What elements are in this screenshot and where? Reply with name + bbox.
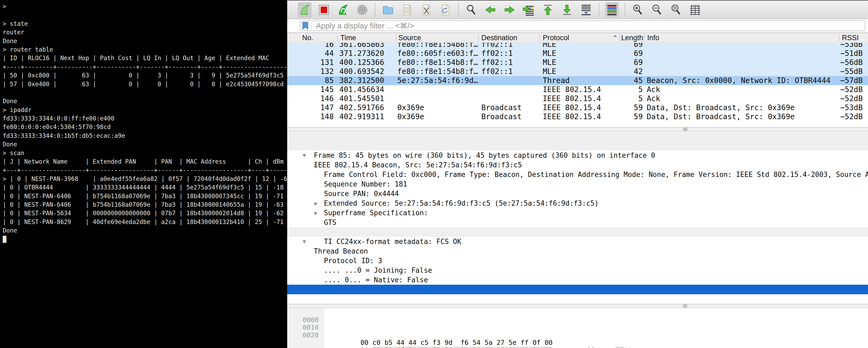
packet-row[interactable]: 44 371.273620 fe80::605f:e603:f… ff02::1… bbox=[287, 49, 868, 58]
column-divider[interactable] bbox=[337, 34, 338, 41]
hex-row[interactable]: 0000 00 c0 b5 44 44 c5 f3 9d f6 54 5a 27… bbox=[287, 309, 868, 316]
detail-row[interactable]: ▶ Frame 85: 45 bytes on wire (360 bits),… bbox=[287, 132, 868, 141]
packet-row[interactable]: 148 402.919311 0x369e Broadcast IEEE 802… bbox=[287, 112, 868, 121]
go-to-bottom-icon bbox=[561, 4, 573, 16]
detail-row[interactable]: ▶ Frame Control Field: 0xc000, Frame Typ… bbox=[287, 151, 868, 160]
column-header[interactable]: Info bbox=[647, 33, 659, 42]
packet-row[interactable]: 145 401.456634 IEEE 802.15.4 5 Ack −52dB bbox=[287, 85, 868, 94]
detail-row[interactable]: Source PAN: 0x4444 bbox=[287, 170, 868, 179]
splitter-handle[interactable] bbox=[683, 127, 688, 132]
column-divider[interactable] bbox=[396, 34, 396, 41]
column-header[interactable]: Length bbox=[621, 33, 643, 42]
toolbar-button[interactable] bbox=[298, 2, 312, 18]
column-header[interactable]: RSSI bbox=[842, 33, 859, 42]
go-to-top-icon bbox=[542, 4, 554, 16]
toolbar-button[interactable] bbox=[317, 2, 331, 18]
packet-source: fe80::f8e1:54b8:f… bbox=[397, 67, 478, 76]
splitter-handle[interactable] bbox=[683, 303, 687, 308]
column-header[interactable]: No. bbox=[302, 33, 313, 42]
column-header[interactable]: Time bbox=[340, 33, 356, 42]
packet-row[interactable]: 146 401.545501 IEEE 802.15.4 5 Ack −52dB bbox=[287, 94, 868, 103]
icon-glyph bbox=[672, 5, 680, 14]
detail-row[interactable]: .... ...0 = Joining: False bbox=[287, 246, 868, 256]
display-filter-input[interactable] bbox=[315, 21, 865, 31]
save-file-icon bbox=[401, 4, 413, 16]
toolbar-button[interactable] bbox=[541, 2, 555, 18]
column-header[interactable]: Source bbox=[398, 33, 421, 42]
detail-row[interactable]: Extended PAN ID: 33:33:33:33:44:44:44:44… bbox=[287, 285, 868, 294]
detail-row[interactable]: Network Name: OTBR4444 bbox=[287, 275, 868, 285]
packet-rssi: −57dB bbox=[808, 76, 863, 85]
toolbar-button[interactable] bbox=[599, 3, 599, 16]
packet-protocol: MLE bbox=[543, 43, 556, 49]
toolbar-button[interactable] bbox=[420, 2, 433, 18]
packet-no: 146 bbox=[287, 94, 334, 103]
toolbar-button[interactable] bbox=[375, 3, 375, 16]
toolbar-button[interactable] bbox=[381, 2, 395, 18]
toolbar-button[interactable] bbox=[458, 3, 459, 16]
openthread-cli-terminal[interactable]: >> staterouterDone> router table| ID | R… bbox=[0, 0, 287, 348]
column-header[interactable]: Protocol bbox=[543, 33, 569, 42]
packet-length: 69 bbox=[596, 43, 643, 49]
toolbar-button[interactable] bbox=[503, 2, 517, 18]
terminal-line: | 0 | NEST-PAN-6406 | b754b1168a07069e |… bbox=[3, 200, 287, 209]
toolbar-button[interactable] bbox=[438, 2, 452, 18]
toolbar-button[interactable] bbox=[650, 2, 664, 18]
packet-row[interactable]: 147 402.591766 0x369e Broadcast IEEE 802… bbox=[287, 103, 868, 112]
toolbar-button[interactable] bbox=[579, 2, 593, 18]
hex-bytes[interactable]: 00 00 00 33 33 33 33 44 44 44 44 c7 80 bbox=[329, 339, 517, 348]
toolbar-button[interactable] bbox=[336, 2, 350, 18]
column-divider[interactable] bbox=[478, 34, 479, 41]
column-divider[interactable] bbox=[839, 34, 839, 41]
hex-row[interactable]: 0010 00 03 20 4f 54 42 52 34 34 34 34 00… bbox=[287, 316, 868, 324]
toolbar-button[interactable] bbox=[560, 2, 574, 18]
column-header[interactable]: Destination bbox=[481, 33, 517, 42]
list-detail-splitter[interactable] bbox=[287, 127, 868, 132]
toolbar-button[interactable] bbox=[669, 2, 683, 18]
packet-detail-pane: ▶ Frame 85: 45 bytes on wire (360 bits),… bbox=[287, 132, 868, 295]
toolbar-button[interactable] bbox=[355, 2, 369, 18]
packet-row[interactable]: 85 382.312500 5e:27:5a:54:f6:9d… Thread … bbox=[287, 76, 868, 85]
hex-ascii[interactable]: ···3333D DDD·· bbox=[544, 347, 631, 348]
detail-row[interactable]: .... 0... = Native: False bbox=[287, 256, 868, 265]
icon-glyph bbox=[301, 5, 309, 14]
terminal-line: | J | Network Name | Extended PAN | PAN … bbox=[3, 157, 287, 166]
detail-row[interactable]: Protocol ID: 3 bbox=[287, 237, 868, 246]
toolbar-button[interactable] bbox=[522, 2, 535, 18]
packet-destination: ff02::1 bbox=[481, 49, 513, 58]
column-divider[interactable] bbox=[644, 34, 644, 41]
toolbar-button[interactable] bbox=[484, 2, 497, 18]
detail-row[interactable]: Pending Addresses: 0 Short and 0 Long bbox=[287, 208, 868, 218]
wireshark-window: No.TimeSourceDestinationProtocolLengthIn… bbox=[287, 0, 868, 348]
detail-row[interactable]: ▶ Superframe Specification: bbox=[287, 189, 868, 199]
toolbar-button[interactable] bbox=[624, 3, 625, 16]
toolbar-button[interactable] bbox=[605, 2, 619, 18]
filter-bookmark-icon[interactable] bbox=[302, 22, 308, 30]
display-filter-box[interactable] bbox=[300, 21, 865, 31]
detail-row[interactable]: Extended Source: 5e:27:5a:54:f6:9d:f3:c5… bbox=[287, 179, 868, 189]
packet-list-rows: 16 361.665863 fe80::f8e1:54b8:f… ff02::1… bbox=[287, 43, 868, 121]
terminal-line: | 0 | NEST-PAN-8629 | 40dfe69e4eda2dbe |… bbox=[3, 218, 287, 226]
detail-hex-splitter[interactable] bbox=[287, 304, 868, 308]
column-divider[interactable] bbox=[620, 34, 620, 41]
packet-row[interactable]: 131 400.125366 fe80::f8e1:54b8:f… ff02::… bbox=[287, 58, 868, 67]
auto-scroll-icon bbox=[580, 4, 592, 16]
toolbar-button[interactable] bbox=[400, 2, 414, 18]
toolbar-button[interactable] bbox=[688, 2, 702, 18]
column-divider[interactable] bbox=[539, 34, 540, 41]
detail-row[interactable]: ▶ TI CC24xx-format metadata: FCS OK bbox=[287, 218, 868, 227]
detail-row[interactable]: ▼ IEEE 802.15.4 Beacon, Src: 5e:27:5a:54… bbox=[287, 141, 868, 151]
icon-glyph bbox=[319, 5, 329, 14]
packet-row[interactable]: 16 361.665863 fe80::f8e1:54b8:f… ff02::1… bbox=[287, 43, 868, 49]
detail-row[interactable]: Sequence Number: 181 bbox=[287, 160, 868, 170]
packet-row[interactable]: 132 400.693542 fe80::f8e1:54b8:f… ff02::… bbox=[287, 67, 868, 76]
hex-row[interactable]: 0020 00 00 00 33 33 33 33 44 44 44 44 c7… bbox=[287, 324, 868, 331]
packet-source: 5e:27:5a:54:f6:9d… bbox=[397, 76, 478, 85]
toolbar-button[interactable] bbox=[631, 2, 645, 18]
detail-row[interactable]: ▼ Thread Beacon bbox=[287, 227, 868, 237]
packet-protocol: IEEE 802.15.4 bbox=[543, 94, 601, 103]
detail-row[interactable]: ▶ GTS bbox=[287, 199, 868, 208]
detail-row[interactable]: 0010 .... = Version: 2 bbox=[287, 265, 868, 275]
gear-icon bbox=[356, 4, 368, 16]
toolbar-button[interactable] bbox=[464, 2, 478, 18]
